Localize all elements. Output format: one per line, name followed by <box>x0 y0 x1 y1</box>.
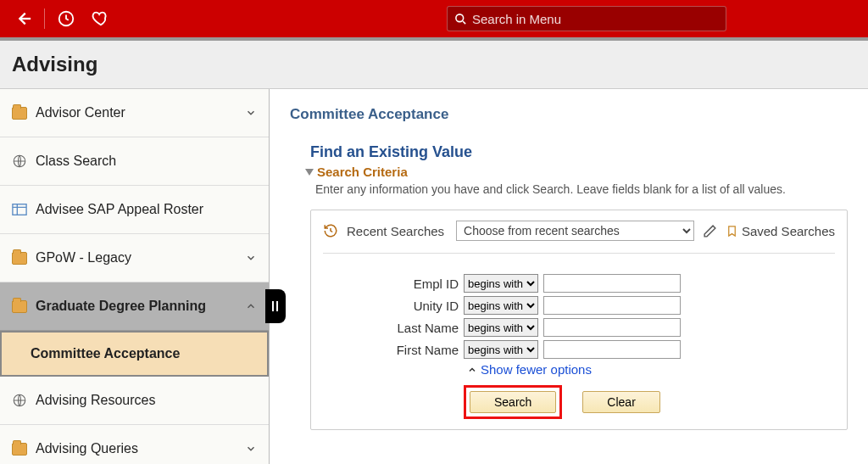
table-icon <box>12 202 27 217</box>
sidebar-item-class-search[interactable]: Class Search <box>0 137 269 186</box>
page-heading: Advising <box>12 53 856 76</box>
sidebar-item-label: Graduate Degree Planning <box>36 299 236 314</box>
folder-icon <box>12 300 27 313</box>
field-operator-select[interactable]: begins with <box>464 340 538 359</box>
field-operator-select[interactable]: begins with <box>464 274 538 293</box>
globe-icon <box>12 393 27 408</box>
chevron-down-icon <box>245 252 257 264</box>
field-label: First Name <box>323 343 459 357</box>
field-operator-select[interactable]: begins with <box>464 296 538 315</box>
sidebar-item-gpow-legacy[interactable]: GPoW - Legacy <box>0 234 269 282</box>
recent-searches-label: Recent Searches <box>347 224 444 238</box>
content-title: Committee Acceptance <box>290 106 848 123</box>
menu-search-placeholder: Search in Menu <box>472 12 561 26</box>
sidebar-item-label: GPoW - Legacy <box>36 250 236 266</box>
field-input[interactable] <box>543 274 681 293</box>
topbar: Search in Menu <box>0 0 868 37</box>
triangle-down-icon <box>305 169 314 176</box>
main-content: Committee Acceptance Find an Existing Va… <box>270 89 868 464</box>
svg-point-1 <box>456 14 464 21</box>
search-highlight: Search <box>464 385 562 419</box>
sidebar-item-label: Advising Resources <box>36 393 257 408</box>
folder-icon <box>12 443 27 456</box>
saved-searches[interactable]: Saved Searches <box>726 224 835 238</box>
sidebar: Advisor CenterClass SearchAdvisee SAP Ap… <box>0 89 270 464</box>
sidebar-item-graduate-degree-planning[interactable]: Graduate Degree Planning <box>0 282 269 331</box>
sidebar-item-label: Class Search <box>36 154 257 169</box>
search-icon <box>454 13 467 25</box>
sidebar-item-advising-resources[interactable]: Advising Resources <box>0 377 269 425</box>
folder-icon <box>12 252 27 265</box>
bookmark-icon <box>726 224 738 238</box>
search-panel: Recent Searches Choose from recent searc… <box>310 210 848 430</box>
sidebar-item-committee-acceptance[interactable]: Committee Acceptance <box>0 331 269 377</box>
chevron-down-icon <box>245 443 257 455</box>
field-label: Empl ID <box>323 277 459 291</box>
sidebar-item-label: Advisor Center <box>36 105 236 120</box>
show-fewer-options[interactable]: Show fewer options <box>467 362 835 377</box>
sidebar-item-advising-queries[interactable]: Advising Queries <box>0 425 269 464</box>
svg-rect-3 <box>13 204 26 215</box>
sidebar-item-label: Committee Acceptance <box>31 346 255 361</box>
form-row-empl-id: Empl IDbegins with <box>323 274 835 293</box>
field-input[interactable] <box>543 318 681 337</box>
history-icon <box>323 223 338 238</box>
drag-handle-icon <box>271 300 280 312</box>
favorite-button[interactable] <box>86 4 114 33</box>
clock-icon <box>57 9 75 28</box>
helper-text: Enter any information you have and click… <box>315 182 848 196</box>
search-criteria-label: Search Criteria <box>317 165 408 179</box>
sidebar-item-advisor-center[interactable]: Advisor Center <box>0 89 269 137</box>
form-row-unity-id: Unity IDbegins with <box>323 296 835 315</box>
chevron-up-icon <box>467 365 477 375</box>
history-button[interactable] <box>52 4 81 33</box>
field-input[interactable] <box>543 296 681 315</box>
field-operator-select[interactable]: begins with <box>464 318 538 337</box>
back-button[interactable] <box>8 4 37 33</box>
folder-icon <box>12 107 27 120</box>
titlebar: Advising <box>0 37 868 89</box>
field-label: Unity ID <box>323 299 459 313</box>
search-button[interactable]: Search <box>470 391 556 413</box>
sidebar-collapse-handle[interactable] <box>265 289 286 323</box>
heart-icon <box>91 9 109 28</box>
field-label: Last Name <box>323 321 459 335</box>
svg-rect-5 <box>272 301 274 311</box>
chevron-down-icon <box>245 107 257 119</box>
pencil-icon[interactable] <box>703 224 717 238</box>
form-row-last-name: Last Namebegins with <box>323 318 835 337</box>
form-row-first-name: First Namebegins with <box>323 340 835 359</box>
section-title: Find an Existing Value <box>310 143 848 161</box>
globe-icon <box>12 154 27 169</box>
chevron-up-icon <box>245 300 257 312</box>
back-arrow-icon <box>14 9 32 28</box>
saved-searches-label: Saved Searches <box>742 224 835 238</box>
field-input[interactable] <box>543 340 681 359</box>
sidebar-item-label: Advising Queries <box>36 441 236 456</box>
svg-rect-6 <box>276 301 278 311</box>
show-fewer-label: Show fewer options <box>481 362 592 377</box>
topbar-divider <box>44 8 45 29</box>
recent-searches-select[interactable]: Choose from recent searches <box>456 221 694 241</box>
clear-button[interactable]: Clear <box>582 391 659 413</box>
menu-search[interactable]: Search in Menu <box>447 6 726 31</box>
sidebar-item-advisee-sap-appeal-roster[interactable]: Advisee SAP Appeal Roster <box>0 186 269 234</box>
sidebar-item-label: Advisee SAP Appeal Roster <box>36 202 257 217</box>
